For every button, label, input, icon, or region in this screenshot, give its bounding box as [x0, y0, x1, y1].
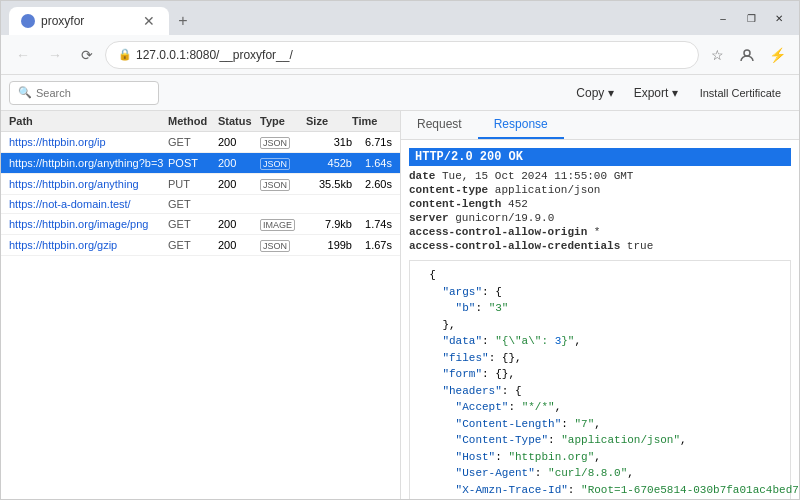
- row-time: 6.71s: [352, 136, 392, 148]
- col-type-header: Type: [260, 115, 306, 127]
- row-time: 2.60s: [352, 178, 392, 190]
- header-name: content-length: [409, 198, 501, 210]
- response-panel: RequestResponse HTTP/2.0 200 OK date Tue…: [401, 111, 799, 499]
- row-method: POST: [168, 157, 218, 169]
- table-row[interactable]: https://httpbin.org/gzip GET 200 JSON 19…: [1, 235, 400, 256]
- panel-tabs: RequestResponse: [401, 111, 799, 140]
- response-header-line: access-control-allow-origin *: [409, 226, 791, 238]
- json-body: { "args": { "b": "3" }, "data": "{\"a\":…: [409, 260, 791, 499]
- close-button[interactable]: ✕: [767, 6, 791, 30]
- table-row[interactable]: https://not-a-domain.test/ GET: [1, 195, 400, 214]
- back-button[interactable]: ←: [9, 41, 37, 69]
- header-name: content-type: [409, 184, 488, 196]
- tab-area: proxyfor ✕ +: [9, 1, 707, 35]
- response-header-line: date Tue, 15 Oct 2024 11:55:00 GMT: [409, 170, 791, 182]
- row-size: 199b: [306, 239, 352, 251]
- json-line: "data": "{\"a\": 3}",: [416, 333, 784, 350]
- header-value: Tue, 15 Oct 2024 11:55:00 GMT: [442, 170, 633, 182]
- table-row[interactable]: https://httpbin.org/anything?b=3 POST 20…: [1, 153, 400, 174]
- header-value: application/json: [495, 184, 601, 196]
- col-status-header: Status: [218, 115, 260, 127]
- svg-point-0: [744, 50, 750, 56]
- title-bar: proxyfor ✕ + – ❐ ✕: [1, 1, 799, 35]
- copy-button[interactable]: Copy ▾: [568, 84, 621, 102]
- table-row[interactable]: https://httpbin.org/image/png GET 200 IM…: [1, 214, 400, 235]
- list-header: Path Method Status Type Size Time: [1, 111, 400, 132]
- json-line: },: [416, 317, 784, 334]
- json-line: "Content-Type": "application/json",: [416, 432, 784, 449]
- row-path: https://httpbin.org/ip: [9, 136, 168, 148]
- row-method: GET: [168, 239, 218, 251]
- json-line: "form": {},: [416, 366, 784, 383]
- main-content: Path Method Status Type Size Time https:…: [1, 111, 799, 499]
- panel-tab[interactable]: Request: [401, 111, 478, 139]
- col-size-header: Size: [306, 115, 352, 127]
- request-rows: https://httpbin.org/ip GET 200 JSON 31b …: [1, 132, 400, 499]
- row-type: JSON: [260, 238, 306, 252]
- json-line: {: [416, 267, 784, 284]
- profile-icon[interactable]: [733, 41, 761, 69]
- col-path-header: Path: [9, 115, 168, 127]
- panel-tab[interactable]: Response: [478, 111, 564, 139]
- row-time: 1.67s: [352, 239, 392, 251]
- response-header-line: content-length 452: [409, 198, 791, 210]
- row-method: GET: [168, 136, 218, 148]
- action-bar: 🔍 Copy ▾ Export ▾ Install Certificate: [1, 75, 799, 111]
- header-name: access-control-allow-credentials: [409, 240, 620, 252]
- window-controls: – ❐ ✕: [711, 6, 791, 30]
- new-tab-button[interactable]: +: [169, 7, 197, 35]
- response-header-line: server gunicorn/19.9.0: [409, 212, 791, 224]
- response-content: HTTP/2.0 200 OK date Tue, 15 Oct 2024 11…: [401, 140, 799, 499]
- tab-favicon-icon: [21, 14, 35, 28]
- response-header-line: access-control-allow-credentials true: [409, 240, 791, 252]
- export-button[interactable]: Export ▾: [626, 84, 686, 102]
- row-type: JSON: [260, 156, 306, 170]
- row-path: https://httpbin.org/anything: [9, 178, 168, 190]
- row-status: 200: [218, 239, 260, 251]
- search-box[interactable]: 🔍: [9, 81, 159, 105]
- tab-close-button[interactable]: ✕: [141, 13, 157, 29]
- header-name: date: [409, 170, 435, 182]
- restore-button[interactable]: ❐: [739, 6, 763, 30]
- table-row[interactable]: https://httpbin.org/ip GET 200 JSON 31b …: [1, 132, 400, 153]
- row-method: GET: [168, 218, 218, 230]
- header-value: gunicorn/19.9.0: [455, 212, 554, 224]
- install-certificate-button[interactable]: Install Certificate: [690, 84, 791, 102]
- row-size: 35.5kb: [306, 178, 352, 190]
- url-text: 127.0.0.1:8080/__proxyfor__/: [136, 48, 686, 62]
- row-size: 7.9kb: [306, 218, 352, 230]
- row-size: 452b: [306, 157, 352, 169]
- row-time: 1.64s: [352, 157, 392, 169]
- row-method: PUT: [168, 178, 218, 190]
- col-method-header: Method: [168, 115, 218, 127]
- col-time-header: Time: [352, 115, 392, 127]
- row-path: https://not-a-domain.test/: [9, 198, 168, 210]
- address-bar: ← → ⟳ 🔒 127.0.0.1:8080/__proxyfor__/ ☆ ⚡: [1, 35, 799, 75]
- browser-tab[interactable]: proxyfor ✕: [9, 7, 169, 35]
- response-header-line: content-type application/json: [409, 184, 791, 196]
- row-time: 1.74s: [352, 218, 392, 230]
- json-line: "Host": "httpbin.org",: [416, 449, 784, 466]
- tab-title: proxyfor: [41, 14, 135, 28]
- row-path: https://httpbin.org/gzip: [9, 239, 168, 251]
- json-line: "Accept": "*/*",: [416, 399, 784, 416]
- json-line: "args": {: [416, 284, 784, 301]
- row-path: https://httpbin.org/image/png: [9, 218, 168, 230]
- row-size: 31b: [306, 136, 352, 148]
- bookmark-icon[interactable]: ☆: [703, 41, 731, 69]
- browser-toolbar-icons: ☆ ⚡: [703, 41, 791, 69]
- row-path: https://httpbin.org/anything?b=3: [9, 157, 168, 169]
- url-bar[interactable]: 🔒 127.0.0.1:8080/__proxyfor__/: [105, 41, 699, 69]
- forward-button[interactable]: →: [41, 41, 69, 69]
- row-status: 200: [218, 218, 260, 230]
- row-type: JSON: [260, 135, 306, 149]
- minimize-button[interactable]: –: [711, 6, 735, 30]
- table-row[interactable]: https://httpbin.org/anything PUT 200 JSO…: [1, 174, 400, 195]
- row-method: GET: [168, 198, 218, 210]
- extensions-icon[interactable]: ⚡: [763, 41, 791, 69]
- reload-button[interactable]: ⟳: [73, 41, 101, 69]
- search-input[interactable]: [36, 87, 136, 99]
- row-status: 200: [218, 178, 260, 190]
- json-line: "b": "3": [416, 300, 784, 317]
- browser-window: proxyfor ✕ + – ❐ ✕ ← → ⟳ 🔒 127.0.0.1:808…: [0, 0, 800, 500]
